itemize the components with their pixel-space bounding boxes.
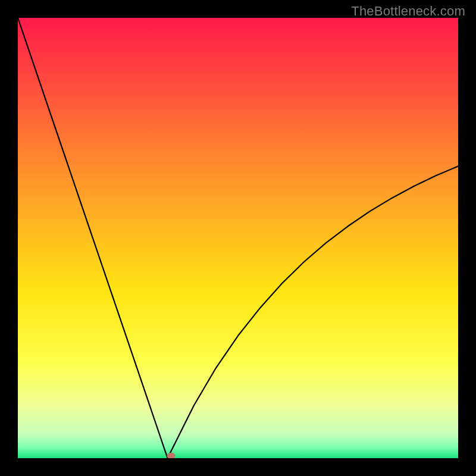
chart-background	[18, 18, 458, 458]
bottleneck-chart	[18, 18, 458, 458]
watermark-text: TheBottleneck.com	[351, 4, 465, 19]
